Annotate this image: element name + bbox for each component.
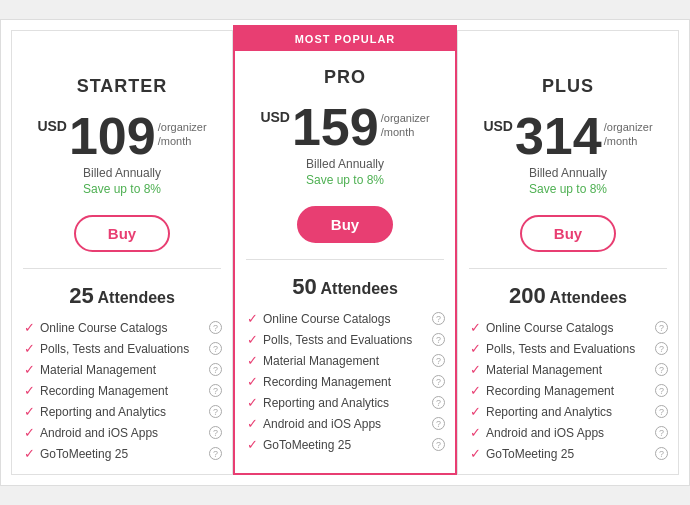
check-icon: ✓: [247, 353, 258, 368]
attendees-number: 50: [292, 274, 316, 299]
info-icon[interactable]: ?: [432, 375, 445, 388]
divider: [469, 268, 667, 269]
feature-item: ✓ Online Course Catalogs ?: [24, 317, 222, 338]
price-number: 314: [515, 110, 602, 162]
check-icon: ✓: [24, 320, 35, 335]
info-icon[interactable]: ?: [209, 426, 222, 439]
buy-button-starter[interactable]: Buy: [74, 215, 170, 252]
check-icon: ✓: [470, 362, 481, 377]
feature-item: ✓ Material Management ?: [24, 359, 222, 380]
price-area: USD 109 /organizer/month Billed Annually…: [27, 105, 216, 201]
buy-button-pro[interactable]: Buy: [297, 206, 393, 243]
divider: [246, 259, 444, 260]
info-icon[interactable]: ?: [209, 384, 222, 397]
price-row: USD 159 /organizer/month: [260, 101, 429, 153]
feature-label: Online Course Catalogs: [263, 312, 428, 326]
info-icon[interactable]: ?: [655, 363, 668, 376]
info-icon[interactable]: ?: [655, 342, 668, 355]
plans-wrapper: STARTER USD 109 /organizer/month Billed …: [11, 30, 679, 475]
check-icon: ✓: [470, 320, 481, 335]
feature-label: Reporting and Analytics: [486, 405, 651, 419]
feature-item: ✓ Reporting and Analytics ?: [247, 392, 445, 413]
billed-text: Billed Annually: [37, 166, 206, 180]
check-icon: ✓: [24, 362, 35, 377]
info-icon[interactable]: ?: [209, 447, 222, 460]
info-icon[interactable]: ?: [432, 438, 445, 451]
check-icon: ✓: [247, 311, 258, 326]
plan-name-area: PRO: [235, 51, 455, 96]
feature-label: Online Course Catalogs: [40, 321, 205, 335]
feature-label: Material Management: [263, 354, 428, 368]
attendees: 50 Attendees: [292, 270, 398, 308]
divider: [23, 268, 221, 269]
feature-label: Recording Management: [486, 384, 651, 398]
feature-label: GoToMeeting 25: [40, 447, 205, 461]
info-icon[interactable]: ?: [209, 342, 222, 355]
per-info: /organizer/month: [604, 120, 653, 149]
info-icon[interactable]: ?: [655, 384, 668, 397]
plan-name: PRO: [324, 67, 366, 87]
info-icon[interactable]: ?: [209, 363, 222, 376]
check-icon: ✓: [470, 425, 481, 440]
feature-label: Recording Management: [263, 375, 428, 389]
check-icon: ✓: [24, 404, 35, 419]
info-icon[interactable]: ?: [432, 417, 445, 430]
feature-label: Android and iOS Apps: [263, 417, 428, 431]
features-list: ✓ Online Course Catalogs ? ✓ Polls, Test…: [458, 317, 678, 464]
feature-label: Reporting and Analytics: [263, 396, 428, 410]
feature-label: GoToMeeting 25: [486, 447, 651, 461]
save-text: Save up to 8%: [260, 173, 429, 187]
feature-label: Online Course Catalogs: [486, 321, 651, 335]
info-icon[interactable]: ?: [655, 405, 668, 418]
features-list: ✓ Online Course Catalogs ? ✓ Polls, Test…: [235, 308, 455, 455]
check-icon: ✓: [247, 395, 258, 410]
info-icon[interactable]: ?: [432, 333, 445, 346]
check-icon: ✓: [247, 374, 258, 389]
check-icon: ✓: [470, 446, 481, 461]
feature-label: Android and iOS Apps: [40, 426, 205, 440]
info-icon[interactable]: ?: [432, 396, 445, 409]
currency: USD: [37, 118, 67, 134]
buy-button-plus[interactable]: Buy: [520, 215, 616, 252]
info-icon[interactable]: ?: [655, 426, 668, 439]
attendees: 25 Attendees: [69, 279, 175, 317]
info-icon[interactable]: ?: [655, 321, 668, 334]
feature-item: ✓ Material Management ?: [247, 350, 445, 371]
info-icon[interactable]: ?: [432, 312, 445, 325]
feature-item: ✓ Android and iOS Apps ?: [247, 413, 445, 434]
plan-name: STARTER: [77, 76, 168, 96]
price-row: USD 109 /organizer/month: [37, 110, 206, 162]
feature-item: ✓ Android and iOS Apps ?: [24, 422, 222, 443]
info-icon[interactable]: ?: [432, 354, 445, 367]
plan-card-plus: PLUS USD 314 /organizer/month Billed Ann…: [457, 30, 679, 475]
feature-label: Polls, Tests and Evaluations: [486, 342, 651, 356]
info-icon[interactable]: ?: [655, 447, 668, 460]
feature-item: ✓ Online Course Catalogs ?: [470, 317, 668, 338]
per-info: /organizer/month: [158, 120, 207, 149]
per-info: /organizer/month: [381, 111, 430, 140]
plan-name-area: STARTER: [12, 60, 232, 105]
feature-item: ✓ Android and iOS Apps ?: [470, 422, 668, 443]
feature-label: Material Management: [40, 363, 205, 377]
check-icon: ✓: [24, 383, 35, 398]
feature-label: Reporting and Analytics: [40, 405, 205, 419]
feature-item: ✓ Reporting and Analytics ?: [470, 401, 668, 422]
check-icon: ✓: [247, 416, 258, 431]
plan-card-starter: STARTER USD 109 /organizer/month Billed …: [11, 30, 233, 475]
plan-card-pro: MOST POPULAR PRO USD 159 /organizer/mont…: [233, 25, 457, 475]
feature-item: ✓ Polls, Tests and Evaluations ?: [24, 338, 222, 359]
check-icon: ✓: [24, 341, 35, 356]
feature-item: ✓ GoToMeeting 25 ?: [470, 443, 668, 464]
check-icon: ✓: [247, 332, 258, 347]
feature-label: Material Management: [486, 363, 651, 377]
feature-label: Android and iOS Apps: [486, 426, 651, 440]
info-icon[interactable]: ?: [209, 405, 222, 418]
plan-name: PLUS: [542, 76, 594, 96]
attendees-number: 200: [509, 283, 546, 308]
check-icon: ✓: [24, 446, 35, 461]
info-icon[interactable]: ?: [209, 321, 222, 334]
feature-item: ✓ Polls, Tests and Evaluations ?: [470, 338, 668, 359]
pricing-page: STARTER USD 109 /organizer/month Billed …: [0, 19, 690, 486]
check-icon: ✓: [24, 425, 35, 440]
feature-label: GoToMeeting 25: [263, 438, 428, 452]
